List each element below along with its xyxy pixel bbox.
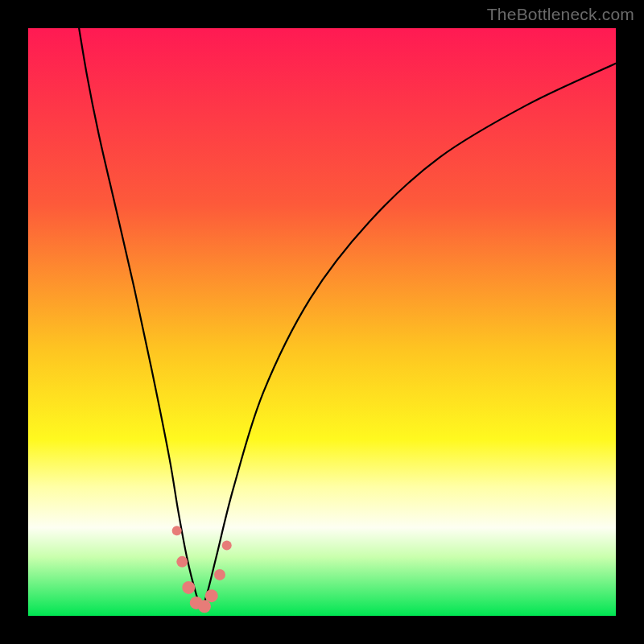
highlight-point [205, 589, 218, 602]
gradient-background [28, 28, 616, 616]
watermark-text: TheBottleneck.com [487, 5, 634, 24]
highlight-point [222, 540, 232, 550]
highlight-point [176, 556, 188, 568]
highlight-point [172, 526, 182, 535]
highlight-point [182, 581, 195, 594]
chart-frame: TheBottleneck.com [0, 0, 644, 644]
highlight-point [214, 569, 225, 580]
highlight-point [198, 600, 211, 613]
chart-svg [28, 28, 616, 616]
plot-area [28, 28, 616, 616]
